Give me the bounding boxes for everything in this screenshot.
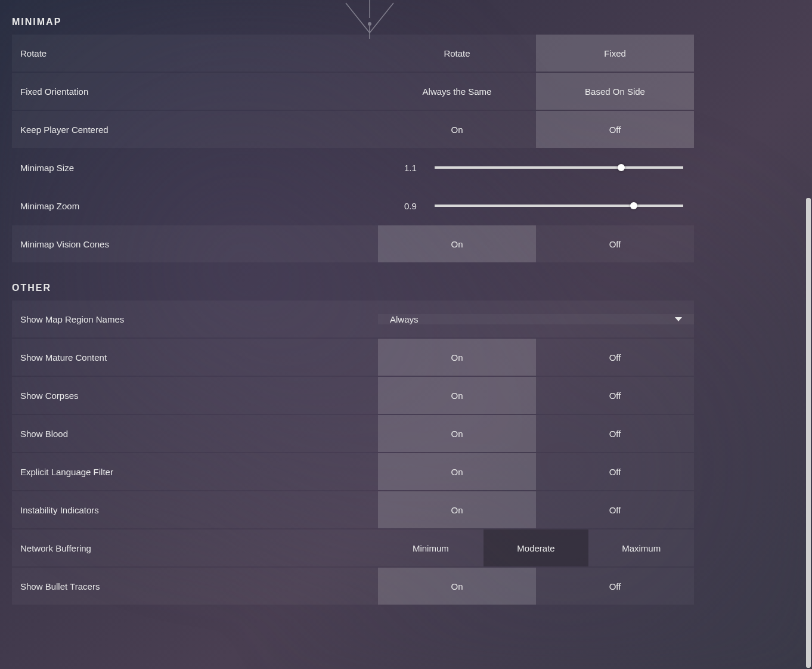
label-vision-cones: Minimap Vision Cones xyxy=(12,239,378,249)
label-language-filter: Explicit Language Filter xyxy=(12,467,378,477)
row-show-map-region-names: Show Map Region Names Always xyxy=(12,301,694,337)
network-option-moderate[interactable]: Moderate xyxy=(484,529,589,566)
language-filter-option-on[interactable]: On xyxy=(378,453,536,490)
keep-centered-option-off[interactable]: Off xyxy=(536,111,694,148)
chevron-down-icon xyxy=(675,317,682,321)
minimap-size-value: 1.1 xyxy=(378,163,417,173)
scrollbar[interactable] xyxy=(806,1,811,668)
instability-option-off[interactable]: Off xyxy=(536,491,694,528)
minimap-zoom-value: 0.9 xyxy=(378,201,417,211)
vision-cones-option-off[interactable]: Off xyxy=(536,225,694,262)
label-minimap-size: Minimap Size xyxy=(12,163,378,173)
vision-cones-option-on[interactable]: On xyxy=(378,225,536,262)
row-fixed-orientation: Fixed Orientation Always the Same Based … xyxy=(12,73,694,110)
blood-option-on[interactable]: On xyxy=(378,415,536,452)
row-explicit-language-filter: Explicit Language Filter On Off xyxy=(12,453,694,490)
row-show-mature-content: Show Mature Content On Off xyxy=(12,339,694,376)
fixed-orientation-option-side[interactable]: Based On Side xyxy=(536,73,694,110)
label-instability: Instability Indicators xyxy=(12,505,378,515)
row-instability-indicators: Instability Indicators On Off xyxy=(12,491,694,528)
language-filter-option-off[interactable]: Off xyxy=(536,453,694,490)
minimap-size-slider[interactable] xyxy=(435,166,683,169)
label-corpses: Show Corpses xyxy=(12,391,378,401)
label-network-buffering: Network Buffering xyxy=(12,543,378,553)
region-names-dropdown-value: Always xyxy=(390,314,419,324)
row-network-buffering: Network Buffering Minimum Moderate Maxim… xyxy=(12,529,694,566)
row-keep-player-centered: Keep Player Centered On Off xyxy=(12,111,694,148)
section-title-other: OTHER xyxy=(12,283,694,293)
fixed-orientation-option-always[interactable]: Always the Same xyxy=(378,73,536,110)
bullet-tracers-option-off[interactable]: Off xyxy=(536,568,694,605)
label-mature-content: Show Mature Content xyxy=(12,352,378,363)
row-rotate: Rotate Rotate Fixed xyxy=(12,35,694,72)
instability-option-on[interactable]: On xyxy=(378,491,536,528)
blood-option-off[interactable]: Off xyxy=(536,415,694,452)
row-show-corpses: Show Corpses On Off xyxy=(12,377,694,414)
keep-centered-option-on[interactable]: On xyxy=(378,111,536,148)
rotate-option-fixed[interactable]: Fixed xyxy=(536,35,694,72)
minimap-zoom-slider[interactable] xyxy=(435,205,683,207)
label-region-names: Show Map Region Names xyxy=(12,314,378,324)
label-bullet-tracers: Show Bullet Tracers xyxy=(12,581,378,591)
row-minimap-zoom: Minimap Zoom 0.9 xyxy=(12,187,694,224)
rotate-option-rotate[interactable]: Rotate xyxy=(378,35,536,72)
minimap-size-slider-thumb[interactable] xyxy=(618,164,625,171)
corpses-option-on[interactable]: On xyxy=(378,377,536,414)
region-names-dropdown[interactable]: Always xyxy=(378,314,694,324)
label-fixed-orientation: Fixed Orientation xyxy=(12,86,378,97)
mature-content-option-on[interactable]: On xyxy=(378,339,536,376)
row-show-blood: Show Blood On Off xyxy=(12,415,694,452)
corpses-option-off[interactable]: Off xyxy=(536,377,694,414)
network-option-maximum[interactable]: Maximum xyxy=(588,529,694,566)
row-minimap-vision-cones: Minimap Vision Cones On Off xyxy=(12,225,694,262)
row-show-bullet-tracers: Show Bullet Tracers On Off xyxy=(12,568,694,605)
network-option-minimum[interactable]: Minimum xyxy=(378,529,484,566)
mature-content-option-off[interactable]: Off xyxy=(536,339,694,376)
label-blood: Show Blood xyxy=(12,429,378,439)
section-title-minimap: MINIMAP xyxy=(12,17,694,27)
row-minimap-size: Minimap Size 1.1 xyxy=(12,149,694,186)
minimap-zoom-slider-thumb[interactable] xyxy=(630,202,637,209)
label-minimap-zoom: Minimap Zoom xyxy=(12,201,378,211)
label-rotate: Rotate xyxy=(12,48,378,58)
bullet-tracers-option-on[interactable]: On xyxy=(378,568,536,605)
label-keep-player-centered: Keep Player Centered xyxy=(12,125,378,135)
scrollbar-thumb[interactable] xyxy=(806,198,811,668)
